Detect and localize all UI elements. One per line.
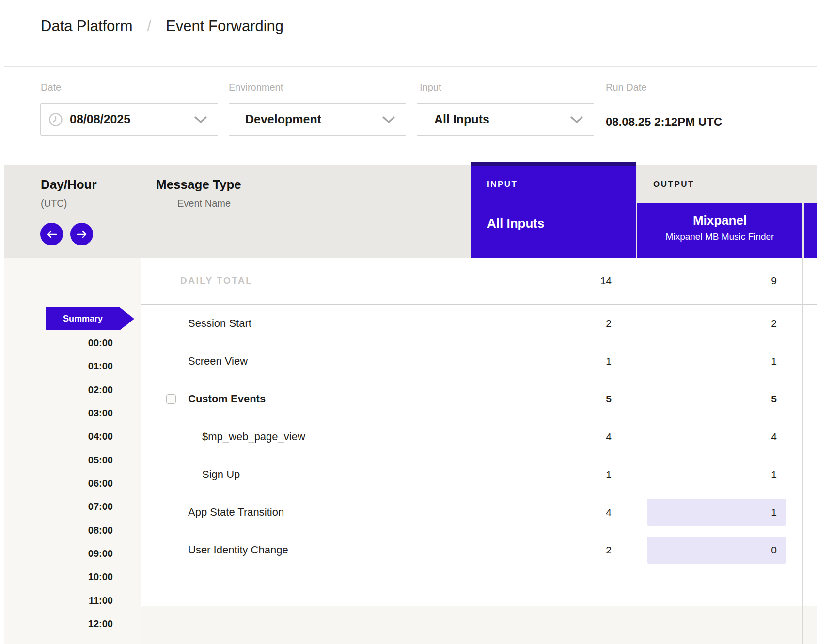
minus-glyph (169, 399, 173, 399)
day-hour-header: Day/Hour (41, 177, 97, 192)
output-column-name: Mixpanel (637, 213, 802, 228)
row-output-value: 1 (647, 499, 786, 526)
table-row: Screen View 1 1 (141, 342, 817, 380)
hour-label[interactable]: 06:00 (41, 478, 113, 489)
input-dropdown-value: All Inputs (434, 112, 489, 126)
output-column-partial (804, 203, 817, 258)
input-column-header[interactable]: INPUT All Inputs (471, 162, 636, 258)
column-divider (637, 258, 637, 644)
chevron-down-icon (194, 116, 207, 123)
event-forwarding-page: Data Platform / Event Forwarding Date 08… (0, 0, 817, 644)
hour-label[interactable]: 10:00 (41, 571, 113, 582)
prev-day-button[interactable] (40, 223, 63, 245)
row-output-value: 5 (637, 380, 777, 418)
table-row: $mp_web_page_view 4 4 (141, 418, 817, 456)
breadcrumb-separator: / (147, 17, 152, 35)
row-output-value: 1 (637, 456, 777, 493)
row-label: App State Transition (188, 493, 284, 531)
hour-label[interactable]: 01:00 (41, 361, 113, 371)
row-input-value: 4 (471, 493, 612, 531)
hour-label[interactable]: 00:00 (41, 337, 113, 348)
row-output-value: 2 (637, 305, 777, 342)
hour-label[interactable]: 05:00 (41, 455, 113, 465)
input-section-label: INPUT (487, 180, 518, 189)
daily-total-row: DAILY TOTAL 14 9 (141, 258, 817, 305)
row-output-value: 1 (637, 342, 777, 380)
input-column-accent-strip (471, 162, 636, 166)
input-filter-label: Input (420, 82, 441, 93)
row-input-value: 5 (471, 380, 612, 418)
row-input-value: 2 (471, 531, 612, 569)
column-divider (471, 258, 471, 644)
date-dropdown[interactable]: 08/08/2025 (40, 103, 218, 136)
date-dropdown-value: 08/08/2025 (70, 112, 130, 126)
row-label: Session Start (188, 305, 251, 342)
footer-band (141, 606, 817, 644)
day-hour-subtitle: (UTC) (41, 198, 67, 209)
hour-label[interactable]: 13:00 (41, 642, 113, 644)
message-type-header: Message Type (156, 177, 241, 192)
row-input-value: 1 (471, 342, 612, 380)
daily-total-label: DAILY TOTAL (180, 258, 252, 304)
daily-total-output-value: 9 (637, 258, 777, 304)
flagged-output-cell[interactable]: 1 (647, 499, 786, 526)
header-divider (4, 66, 817, 67)
row-output-value: 0 (647, 537, 786, 564)
hour-label[interactable]: 08:00 (41, 525, 113, 536)
input-column-name: All Inputs (487, 216, 544, 231)
row-label: Sign Up (202, 456, 240, 493)
summary-badge[interactable]: Summary (46, 307, 134, 330)
collapse-icon[interactable] (166, 394, 176, 404)
run-date-value: 08.08.25 2:12PM UTC (606, 115, 722, 129)
environment-dropdown[interactable]: Development (229, 103, 406, 136)
input-dropdown[interactable]: All Inputs (417, 103, 594, 136)
table-row: User Identity Change 2 0 (141, 531, 817, 569)
clock-icon (48, 112, 63, 127)
hour-label[interactable]: 12:00 (41, 618, 113, 629)
table-row: Sign Up 1 1 (141, 456, 817, 493)
hour-label[interactable]: 09:00 (41, 548, 113, 559)
table-row: Session Start 2 2 (141, 305, 817, 342)
row-input-value: 4 (471, 418, 612, 456)
breadcrumb: Data Platform / Event Forwarding (41, 17, 283, 35)
output-column-header[interactable]: Mixpanel Mixpanel MB Music Finder (637, 203, 802, 258)
next-day-button[interactable] (70, 223, 93, 245)
row-label: Screen View (188, 342, 248, 380)
hour-label[interactable]: 11:00 (41, 595, 113, 606)
run-date-label: Run Date (606, 82, 647, 93)
hour-label[interactable]: 03:00 (41, 408, 113, 418)
page-title: Event Forwarding (166, 17, 283, 35)
arrow-right-icon (77, 230, 87, 238)
row-output-value: 4 (637, 418, 777, 456)
table-row: App State Transition 4 1 (141, 493, 817, 531)
row-label: Custom Events (188, 380, 266, 418)
environment-dropdown-value: Development (245, 112, 321, 126)
chevron-down-icon (382, 116, 395, 123)
hour-label[interactable]: 04:00 (41, 431, 113, 442)
column-divider (802, 258, 803, 644)
environment-filter-label: Environment (229, 82, 283, 93)
hour-label[interactable]: 02:00 (41, 384, 113, 395)
hour-label[interactable]: 07:00 (41, 501, 113, 512)
output-section-label: OUTPUT (653, 180, 694, 189)
output-column-subtitle: Mixpanel MB Music Finder (637, 231, 802, 242)
flagged-output-cell[interactable]: 0 (647, 537, 786, 564)
summary-badge-label: Summary (46, 307, 120, 330)
row-label: $mp_web_page_view (202, 418, 305, 456)
arrow-left-icon (47, 230, 57, 238)
row-input-value: 2 (471, 305, 612, 342)
table-row: Custom Events 5 5 (141, 380, 817, 418)
message-type-subtitle: Event Name (177, 198, 231, 209)
date-filter-label: Date (41, 82, 61, 93)
row-input-value: 1 (471, 456, 612, 493)
daily-total-input-value: 14 (471, 258, 612, 304)
breadcrumb-section[interactable]: Data Platform (41, 17, 133, 35)
row-label: User Identity Change (188, 531, 288, 569)
column-divider (141, 165, 141, 644)
chevron-down-icon (570, 116, 583, 123)
